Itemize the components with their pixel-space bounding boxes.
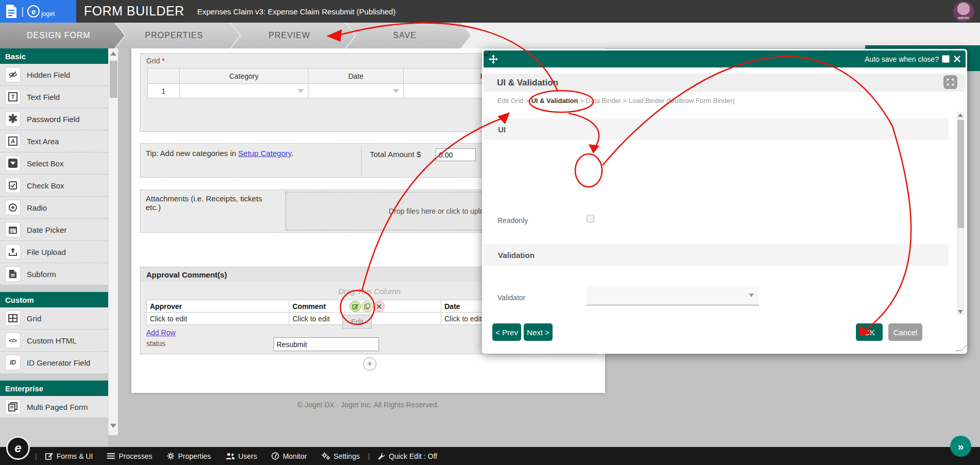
setup-category-link[interactable]: Setup Category [238, 149, 291, 158]
nav-separator: | [35, 452, 37, 460]
approver-cell[interactable]: Click to edit [147, 313, 289, 325]
nav-label: Settings [334, 452, 360, 460]
joget-logo-box[interactable]: | e joget [0, 0, 76, 23]
palette-item-multi-paged-form[interactable]: Multi Paged Form [0, 396, 108, 418]
palette-item-subform[interactable]: Subform [0, 263, 108, 285]
move-icon[interactable] [489, 55, 498, 64]
palette-section-basic: Basic [0, 48, 108, 64]
date-select-cell[interactable] [308, 84, 404, 98]
prev-button[interactable]: < Prev [492, 323, 521, 341]
sidebar-scrollbar[interactable] [108, 48, 118, 435]
tab-properties[interactable]: PROPERTIES [115, 23, 240, 48]
breadcrumb-load-binder[interactable]: Load Binder (Multirow Form Binder) [629, 97, 735, 105]
palette-item-grid[interactable]: Grid [0, 307, 108, 330]
eye-slash-icon [5, 67, 21, 82]
nav-forms-ui[interactable]: Forms & UI [45, 452, 93, 460]
edit-form-icon [45, 452, 53, 460]
nav-separator: | [368, 452, 370, 460]
scroll-down-icon[interactable] [110, 424, 116, 430]
chevron-down-icon [393, 89, 399, 93]
nav-settings[interactable]: Settings [321, 452, 360, 460]
palette-item-hidden-field[interactable]: Hidden Field [0, 64, 108, 86]
code-icon: </> [5, 333, 21, 348]
copy-column-icon[interactable] [362, 301, 373, 312]
subform-icon [5, 266, 21, 282]
palette-item-label: Check Box [27, 181, 64, 190]
palette-item-password-field[interactable]: ✱ Password Field [0, 108, 108, 130]
nav-users[interactable]: Users [226, 452, 257, 460]
expand-panel-button[interactable]: » [950, 436, 971, 457]
expand-icon[interactable] [943, 75, 957, 89]
nav-monitor[interactable]: Monitor [271, 452, 307, 460]
palette-item-label: Text Field [27, 93, 60, 101]
dialog-scrollbar[interactable] [957, 112, 965, 315]
approval-col-approver[interactable]: Approver [147, 300, 289, 313]
joget-icon: e [27, 5, 40, 18]
breadcrumb-edit-grid[interactable]: Edit Grid [497, 97, 524, 105]
ok-button[interactable]: OK [856, 323, 883, 341]
status-field-label: status [146, 339, 165, 348]
tab-design-form[interactable]: DESIGN FORM [0, 23, 125, 48]
resize-handle[interactable] [955, 345, 967, 351]
total-amount-input[interactable] [436, 148, 476, 161]
select-box-icon [5, 156, 21, 171]
palette-item-file-upload[interactable]: File Upload [0, 241, 108, 263]
scroll-down-icon[interactable] [958, 310, 963, 314]
readonly-checkbox[interactable] [587, 215, 594, 222]
palette-item-label: Select Box [27, 159, 64, 168]
scroll-up-icon[interactable] [110, 51, 116, 58]
admin-avatar[interactable]: admin [953, 1, 974, 22]
status-input[interactable] [273, 337, 379, 351]
autosave-label: Auto save when close? [865, 55, 939, 63]
palette-item-check-box[interactable]: Check Box [0, 175, 108, 197]
sidebar-scrollbar-thumb[interactable] [110, 61, 117, 98]
list-icon [107, 453, 115, 459]
nav-quick-edit[interactable]: Quick Edit : Off [378, 452, 437, 460]
calendar-icon [5, 222, 21, 237]
nav-label: Properties [178, 452, 211, 460]
logo-separator: | [21, 6, 24, 18]
palette-item-id-generator[interactable]: ID ID Generator Field [0, 352, 108, 374]
palette-item-select-box[interactable]: Select Box [0, 152, 108, 175]
joget-footer-logo[interactable]: e [6, 436, 30, 460]
palette-item-custom-html[interactable]: </> Custom HTML [0, 330, 108, 352]
palette-item-text-field[interactable]: T Text Field [0, 86, 108, 108]
category-select-cell[interactable] [180, 84, 308, 98]
next-button[interactable]: Next > [524, 323, 553, 341]
dialog-scroll-area: UI Readonly Validation Validator Min Num… [484, 111, 949, 315]
builder-tab-bar: DESIGN FORM PROPERTIES PREVIEW SAVE Undo… [0, 23, 980, 48]
nav-processes[interactable]: Processes [107, 452, 152, 460]
cancel-button[interactable]: Cancel [888, 323, 922, 341]
text-field-icon: T [5, 89, 21, 105]
palette-item-date-picker[interactable]: Date Picker [0, 219, 108, 241]
tab-preview[interactable]: PREVIEW [231, 23, 355, 48]
breadcrumb-data-binder[interactable]: Data Binder [586, 97, 621, 105]
dialog-scrollbar-thumb[interactable] [957, 120, 964, 228]
check-box-icon [5, 178, 21, 193]
breadcrumb-ui-validation[interactable]: UI & Validation [531, 97, 578, 105]
add-section-button[interactable]: + [363, 357, 376, 371]
joget-wordmark: joget [41, 10, 55, 18]
total-amount-label: Total Amount $ [370, 150, 421, 159]
tab-save[interactable]: SAVE [346, 23, 471, 48]
validation-section-header: Validation [484, 244, 949, 266]
add-row-link[interactable]: Add Row [146, 329, 176, 337]
scroll-up-icon[interactable] [958, 113, 963, 117]
drag-this-column-hint: Drag This Column [338, 287, 401, 296]
autosave-checkbox[interactable] [942, 55, 950, 63]
nav-properties[interactable]: Properties [167, 452, 211, 460]
grid-row-number: 1 [148, 84, 180, 98]
close-icon[interactable] [954, 56, 960, 62]
palette-section-custom: Custom [0, 292, 108, 307]
palette-item-radio[interactable]: Radio [0, 197, 108, 219]
delete-column-icon[interactable]: ✕ [373, 301, 385, 312]
app-title: FORM BUILDER [84, 4, 184, 19]
multi-page-icon [5, 399, 21, 415]
dialog-header[interactable]: Auto save when close? [484, 50, 966, 67]
attachments-label: Attachments (i.e. Receipts, ticketsetc.) [146, 194, 280, 212]
palette-item-text-area[interactable]: A Text Area [0, 130, 108, 152]
edit-column-icon[interactable] [350, 301, 361, 312]
validator-select[interactable] [587, 286, 759, 305]
properties-dialog: Auto save when close? UI & Validation Ed… [482, 49, 967, 354]
grid-icon [5, 311, 21, 326]
